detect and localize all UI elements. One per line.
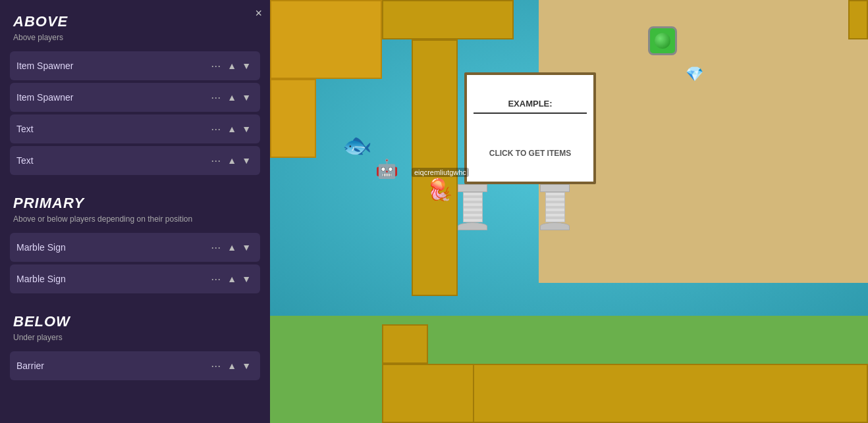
player-name-label: eiqcremliutgwhc bbox=[412, 168, 469, 177]
gold-block-bottom-2 bbox=[382, 324, 428, 364]
column-right-body bbox=[545, 192, 565, 222]
section-title-below: BELOW bbox=[0, 307, 270, 333]
gold-block-1 bbox=[270, 0, 382, 79]
layer-label-above-1: Item Spawner bbox=[16, 92, 207, 103]
up-button-above-0[interactable]: ▲ bbox=[225, 59, 239, 72]
layer-row-above-0[interactable]: Item Spawner···▲▼ bbox=[10, 51, 260, 80]
layer-row-above-2[interactable]: Text···▲▼ bbox=[10, 114, 260, 143]
column-right-top bbox=[540, 184, 570, 192]
close-button[interactable]: × bbox=[255, 7, 262, 20]
gold-block-bottom-right bbox=[473, 364, 868, 423]
layer-label-above-2: Text bbox=[16, 124, 207, 134]
column-right bbox=[540, 184, 570, 230]
down-button-above-3[interactable]: ▼ bbox=[239, 154, 254, 167]
down-button-primary-1[interactable]: ▼ bbox=[239, 272, 254, 286]
up-button-above-3[interactable]: ▲ bbox=[225, 154, 239, 167]
layer-row-primary-0[interactable]: Marble Sign···▲▼ bbox=[10, 233, 260, 262]
section-subtitle-primary: Above or below players depending on thei… bbox=[0, 214, 270, 230]
dots-button-above-3[interactable]: ··· bbox=[207, 155, 225, 166]
column-left-base bbox=[458, 222, 487, 230]
dots-button-above-0[interactable]: ··· bbox=[207, 60, 225, 72]
layer-row-below-0[interactable]: Barrier···▲▼ bbox=[10, 351, 260, 380]
down-button-above-0[interactable]: ▼ bbox=[239, 59, 254, 72]
gold-block-top-1 bbox=[382, 0, 514, 39]
gold-block-top-2 bbox=[848, 0, 868, 39]
game-canvas: EXAMPLE: CLICK TO GET ITEMS 🐟 🤖 eiqcreml… bbox=[270, 0, 868, 423]
sign-bottom-text: CLICK TO GET ITEMS bbox=[489, 149, 571, 158]
column-right-base bbox=[540, 222, 570, 230]
section-subtitle-above: Above players bbox=[0, 33, 270, 49]
green-button-inner bbox=[655, 33, 670, 49]
down-button-below-0[interactable]: ▼ bbox=[239, 359, 254, 372]
crystal-shards: 💎 bbox=[686, 66, 703, 83]
gold-block-2 bbox=[270, 79, 316, 158]
down-button-primary-0[interactable]: ▼ bbox=[239, 241, 254, 254]
layer-row-above-3[interactable]: Text···▲▼ bbox=[10, 146, 260, 175]
fish-sprite: 🐟 bbox=[342, 132, 372, 159]
section-title-above: ABOVE bbox=[0, 7, 270, 33]
dots-button-primary-1[interactable]: ··· bbox=[207, 273, 225, 285]
player-sprite: 🪼 bbox=[427, 177, 453, 202]
down-button-above-2[interactable]: ▼ bbox=[239, 122, 254, 136]
dots-button-above-2[interactable]: ··· bbox=[207, 123, 225, 135]
layer-panel: × ABOVEAbove playersItem Spawner···▲▼Ite… bbox=[0, 0, 270, 423]
player-character: eiqcremliutgwhc 🪼 bbox=[412, 168, 469, 202]
up-button-above-2[interactable]: ▲ bbox=[225, 122, 239, 136]
layer-label-below-0: Barrier bbox=[16, 361, 207, 371]
section-subtitle-below: Under players bbox=[0, 333, 270, 349]
up-button-primary-1[interactable]: ▲ bbox=[225, 272, 239, 286]
robot-sprite: 🤖 bbox=[375, 158, 398, 180]
dots-button-below-0[interactable]: ··· bbox=[207, 360, 225, 372]
layer-label-above-0: Item Spawner bbox=[16, 61, 207, 71]
layer-label-above-3: Text bbox=[16, 155, 207, 166]
dots-button-primary-0[interactable]: ··· bbox=[207, 241, 225, 253]
sign-board[interactable]: EXAMPLE: CLICK TO GET ITEMS bbox=[464, 72, 596, 184]
layer-label-primary-0: Marble Sign bbox=[16, 242, 207, 253]
up-button-primary-0[interactable]: ▲ bbox=[225, 241, 239, 254]
layer-row-above-1[interactable]: Item Spawner···▲▼ bbox=[10, 83, 260, 112]
game-area: EXAMPLE: CLICK TO GET ITEMS 🐟 🤖 eiqcreml… bbox=[270, 0, 868, 423]
green-button-device[interactable] bbox=[648, 26, 677, 55]
sign-top-text: EXAMPLE: bbox=[474, 99, 587, 114]
section-title-primary: PRIMARY bbox=[0, 188, 270, 214]
layer-label-primary-1: Marble Sign bbox=[16, 274, 207, 284]
layer-row-primary-1[interactable]: Marble Sign···▲▼ bbox=[10, 264, 260, 293]
up-button-above-1[interactable]: ▲ bbox=[225, 91, 239, 104]
up-button-below-0[interactable]: ▲ bbox=[225, 359, 239, 372]
dots-button-above-1[interactable]: ··· bbox=[207, 91, 225, 103]
down-button-above-1[interactable]: ▼ bbox=[239, 91, 254, 104]
